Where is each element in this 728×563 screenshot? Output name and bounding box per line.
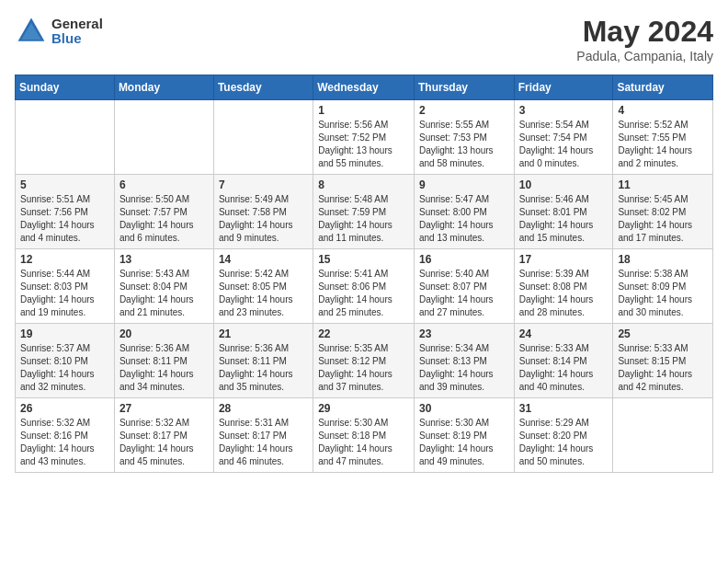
sunset-info: Sunset: 7:57 PM [119, 207, 188, 217]
calendar-cell: 12Sunrise: 5:44 AMSunset: 8:03 PMDayligh… [16, 249, 115, 324]
day-info: Sunrise: 5:35 AMSunset: 8:12 PMDaylight:… [318, 342, 409, 394]
day-info: Sunrise: 5:37 AMSunset: 8:10 PMDaylight:… [20, 342, 109, 394]
daylight-info: and 45 minutes. [119, 456, 185, 466]
calendar-cell: 26Sunrise: 5:32 AMSunset: 8:16 PMDayligh… [16, 398, 115, 473]
calendar-cell: 21Sunrise: 5:36 AMSunset: 8:11 PMDayligh… [213, 324, 313, 398]
day-number: 30 [419, 402, 509, 415]
day-number: 11 [618, 178, 708, 191]
sunset-info: Sunset: 8:04 PM [119, 282, 188, 292]
sunset-info: Sunset: 8:06 PM [318, 282, 386, 292]
daylight-info: Daylight: 14 hours [318, 220, 392, 230]
daylight-info: and 43 minutes. [20, 456, 85, 466]
sunrise-info: Sunrise: 5:30 AM [318, 418, 388, 428]
daylight-info: and 49 minutes. [419, 456, 484, 466]
sunset-info: Sunset: 8:02 PM [618, 207, 686, 217]
daylight-info: and 58 minutes. [419, 158, 484, 168]
daylight-info: and 6 minutes. [119, 233, 180, 243]
sunrise-info: Sunrise: 5:35 AM [318, 343, 388, 353]
daylight-info: Daylight: 14 hours [519, 294, 594, 304]
calendar-week-3: 12Sunrise: 5:44 AMSunset: 8:03 PMDayligh… [16, 249, 713, 324]
sunrise-info: Sunrise: 5:52 AM [618, 120, 688, 130]
calendar-week-1: 1Sunrise: 5:56 AMSunset: 7:52 PMDaylight… [16, 100, 713, 175]
day-info: Sunrise: 5:30 AMSunset: 8:19 PMDaylight:… [419, 417, 509, 468]
calendar-cell: 6Sunrise: 5:50 AMSunset: 7:57 PMDaylight… [114, 175, 213, 249]
sunset-info: Sunset: 8:05 PM [219, 282, 287, 292]
daylight-info: Daylight: 14 hours [519, 145, 594, 155]
day-info: Sunrise: 5:39 AMSunset: 8:08 PMDaylight:… [519, 268, 609, 319]
sunrise-info: Sunrise: 5:42 AM [219, 269, 289, 279]
sunset-info: Sunset: 8:00 PM [419, 207, 487, 217]
daylight-info: and 17 minutes. [618, 233, 683, 243]
sunset-info: Sunset: 8:11 PM [219, 356, 287, 366]
daylight-info: and 15 minutes. [519, 233, 585, 243]
daylight-info: Daylight: 14 hours [20, 294, 95, 304]
calendar-cell [16, 100, 115, 175]
daylight-info: Daylight: 14 hours [219, 220, 293, 230]
daylight-info: and 25 minutes. [318, 307, 383, 317]
sunrise-info: Sunrise: 5:50 AM [119, 194, 189, 204]
daylight-info: Daylight: 14 hours [519, 443, 594, 454]
daylight-info: and 28 minutes. [519, 307, 585, 317]
day-info: Sunrise: 5:38 AMSunset: 8:09 PMDaylight:… [618, 268, 708, 319]
calendar-cell [613, 398, 713, 473]
day-info: Sunrise: 5:31 AMSunset: 8:17 PMDaylight:… [219, 417, 308, 468]
calendar-cell [114, 100, 213, 175]
sunset-info: Sunset: 8:10 PM [20, 356, 88, 366]
calendar-cell: 17Sunrise: 5:39 AMSunset: 8:08 PMDayligh… [514, 249, 613, 324]
daylight-info: and 50 minutes. [519, 456, 585, 466]
day-number: 27 [119, 402, 209, 415]
day-info: Sunrise: 5:36 AMSunset: 8:11 PMDaylight:… [219, 342, 308, 394]
sunrise-info: Sunrise: 5:46 AM [519, 194, 589, 204]
sunset-info: Sunset: 8:12 PM [318, 356, 386, 366]
daylight-info: and 11 minutes. [318, 233, 383, 243]
day-info: Sunrise: 5:47 AMSunset: 8:00 PMDaylight:… [419, 193, 509, 245]
sunset-info: Sunset: 8:07 PM [419, 282, 487, 292]
sunset-info: Sunset: 7:59 PM [318, 207, 386, 217]
calendar-cell: 31Sunrise: 5:29 AMSunset: 8:20 PMDayligh… [514, 398, 613, 473]
day-info: Sunrise: 5:43 AMSunset: 8:04 PMDaylight:… [119, 268, 209, 319]
logo-blue-text: Blue [51, 31, 103, 47]
sunset-info: Sunset: 8:17 PM [119, 431, 188, 441]
day-info: Sunrise: 5:32 AMSunset: 8:16 PMDaylight:… [20, 417, 109, 468]
daylight-info: and 32 minutes. [20, 382, 85, 392]
sunset-info: Sunset: 8:18 PM [318, 431, 386, 441]
day-number: 20 [119, 327, 209, 340]
daylight-info: Daylight: 13 hours [318, 145, 392, 155]
daylight-info: Daylight: 14 hours [219, 369, 293, 379]
weekday-header-wednesday: Wednesday [313, 75, 415, 100]
sunset-info: Sunset: 8:11 PM [119, 356, 188, 366]
sunset-info: Sunset: 8:17 PM [219, 431, 287, 441]
calendar-cell: 20Sunrise: 5:36 AMSunset: 8:11 PMDayligh… [114, 324, 213, 398]
sunset-info: Sunset: 8:20 PM [519, 431, 587, 441]
calendar-cell: 22Sunrise: 5:35 AMSunset: 8:12 PMDayligh… [313, 324, 415, 398]
sunset-info: Sunset: 7:52 PM [318, 132, 386, 143]
sunset-info: Sunset: 8:19 PM [419, 431, 487, 441]
calendar-cell: 1Sunrise: 5:56 AMSunset: 7:52 PMDaylight… [313, 100, 415, 175]
daylight-info: and 4 minutes. [20, 233, 81, 243]
calendar-cell: 10Sunrise: 5:46 AMSunset: 8:01 PMDayligh… [514, 175, 613, 249]
daylight-info: and 30 minutes. [618, 307, 683, 317]
sunrise-info: Sunrise: 5:40 AM [419, 269, 489, 279]
sunrise-info: Sunrise: 5:36 AM [219, 343, 289, 353]
sunset-info: Sunset: 8:16 PM [20, 431, 88, 441]
day-number: 4 [618, 104, 708, 117]
sunset-info: Sunset: 7:54 PM [519, 132, 587, 143]
sunrise-info: Sunrise: 5:45 AM [618, 194, 688, 204]
daylight-info: Daylight: 14 hours [119, 294, 194, 304]
sunrise-info: Sunrise: 5:55 AM [419, 120, 489, 130]
weekday-header-tuesday: Tuesday [213, 75, 313, 100]
daylight-info: and 40 minutes. [519, 382, 585, 392]
sunrise-info: Sunrise: 5:32 AM [20, 418, 90, 428]
daylight-info: and 39 minutes. [419, 382, 484, 392]
weekday-header-sunday: Sunday [16, 75, 115, 100]
day-number: 31 [519, 402, 609, 415]
day-number: 16 [419, 253, 509, 266]
day-info: Sunrise: 5:32 AMSunset: 8:17 PMDaylight:… [119, 417, 209, 468]
day-number: 13 [119, 253, 209, 266]
daylight-info: Daylight: 13 hours [419, 145, 494, 155]
daylight-info: Daylight: 14 hours [318, 294, 392, 304]
day-number: 5 [20, 178, 109, 191]
sunrise-info: Sunrise: 5:32 AM [119, 418, 189, 428]
calendar-cell: 16Sunrise: 5:40 AMSunset: 8:07 PMDayligh… [414, 249, 514, 324]
day-number: 22 [318, 327, 409, 340]
